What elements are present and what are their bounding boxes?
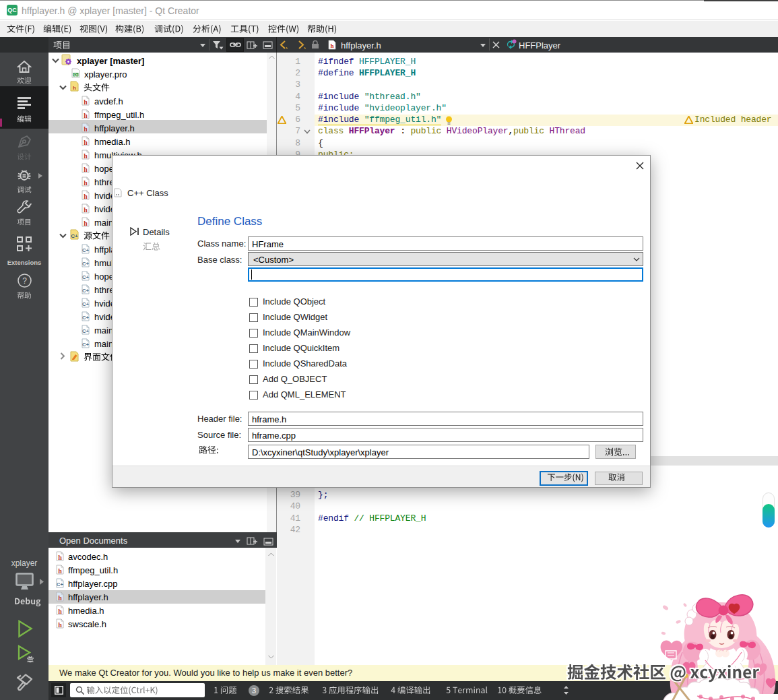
svg-text:h: h — [84, 139, 88, 146]
svg-text:h: h — [58, 608, 62, 615]
svg-text:h: h — [84, 220, 88, 227]
svg-text:h: h — [84, 179, 88, 187]
svg-text:C+: C+ — [71, 233, 78, 239]
svg-text:Qt: Qt — [74, 73, 78, 77]
svg-text:h: h — [330, 42, 333, 49]
svg-text:C+: C+ — [82, 274, 89, 280]
svg-text:h: h — [58, 554, 62, 561]
svg-text:C+: C+ — [57, 581, 63, 587]
svg-text:h: h — [84, 166, 88, 173]
svg-text:h: h — [84, 193, 88, 200]
svg-text:h: h — [84, 206, 88, 214]
svg-text:C+: C+ — [82, 301, 89, 307]
svg-text:h: h — [58, 567, 62, 575]
svg-text:?: ? — [22, 276, 27, 286]
svg-text:C+: C+ — [82, 342, 89, 348]
svg-text:C+: C+ — [82, 328, 89, 334]
svg-text:h: h — [84, 152, 88, 160]
svg-text:h: h — [84, 98, 88, 106]
svg-text:h: h — [58, 594, 62, 602]
svg-text:h: h — [84, 112, 88, 119]
svg-text:C+: C+ — [82, 247, 89, 253]
svg-text:C+: C+ — [82, 315, 89, 321]
svg-text:C+: C+ — [82, 288, 89, 294]
svg-text:h: h — [73, 85, 76, 91]
svg-text:h: h — [84, 125, 88, 133]
svg-text:h: h — [58, 621, 62, 629]
svg-text:C+: C+ — [82, 261, 89, 267]
